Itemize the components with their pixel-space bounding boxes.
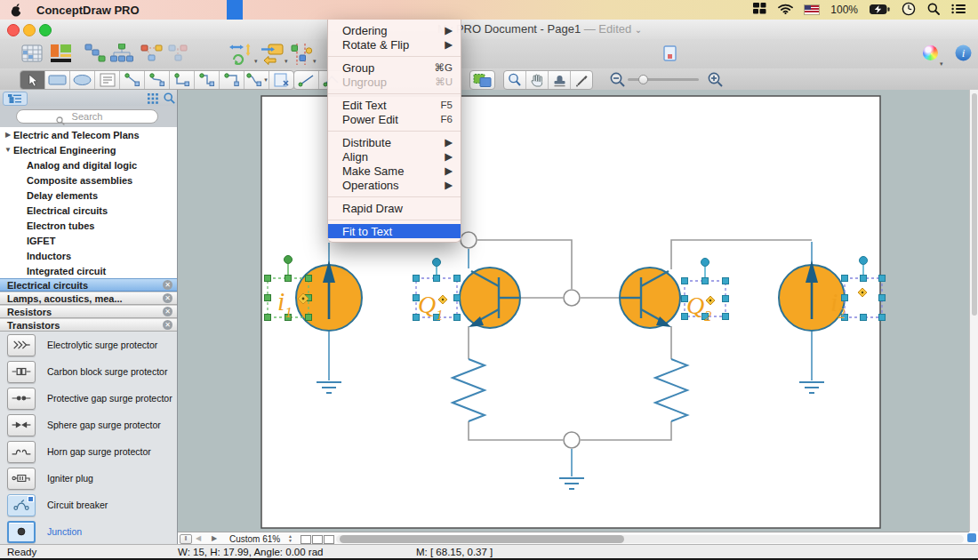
library-shape-item[interactable]: Igniter plug xyxy=(0,465,177,492)
page-thumbnail[interactable] xyxy=(324,535,334,544)
zoom-in-icon[interactable] xyxy=(708,72,723,91)
horn-gap-surge-protector-icon[interactable] xyxy=(7,441,36,463)
shape-menu-item[interactable]: Ordering ▶ xyxy=(328,23,461,37)
junction-icon[interactable] xyxy=(7,521,36,543)
disclosure-triangle-icon[interactable]: ▼ xyxy=(4,146,12,154)
library-tree-item[interactable]: ▼ Electrical Engineering xyxy=(0,142,177,157)
library-tree-item[interactable]: IGFET xyxy=(0,233,177,248)
sphere-gap-surge-protector-icon[interactable] xyxy=(7,414,36,436)
menu-bar-item[interactable] xyxy=(211,0,227,20)
shape-menu-item[interactable]: Distribute ▶ xyxy=(328,135,461,149)
apple-icon[interactable] xyxy=(11,4,22,17)
horizontal-scrollbar[interactable] xyxy=(336,535,964,543)
menu-bar-item[interactable] xyxy=(227,0,243,20)
library-tab[interactable]: Transistors ✕ xyxy=(0,318,177,332)
disclosure-triangle-icon[interactable]: ▶ xyxy=(4,131,12,139)
shape-menu-item[interactable]: Edit Text F5 xyxy=(328,98,461,112)
connector-tool-3[interactable] xyxy=(170,71,195,89)
igniter-plug-icon[interactable] xyxy=(7,468,36,490)
dropdown-caret-icon[interactable]: ▾ xyxy=(313,58,317,65)
library-tree-item[interactable]: Electrical circuits xyxy=(0,203,177,218)
zoom-slider[interactable] xyxy=(628,78,699,81)
select-arrow-tool[interactable] xyxy=(20,71,45,89)
spotlight-search-icon[interactable] xyxy=(927,3,940,18)
electrolytic-surge-protector-icon[interactable] xyxy=(7,334,36,356)
page-navigator-button[interactable] xyxy=(967,533,976,542)
shape-menu-item[interactable]: Make Same ▶ xyxy=(328,164,461,178)
battery-charging-icon[interactable] xyxy=(870,4,890,17)
shape-menu-item[interactable]: Align ▶ xyxy=(328,149,461,164)
close-icon[interactable]: ✕ xyxy=(163,307,172,316)
page-marker-icon[interactable] xyxy=(663,45,677,65)
zoom-out-icon[interactable] xyxy=(610,72,625,91)
library-tree-item[interactable]: Analog and digital logic xyxy=(0,157,177,172)
horizontal-scrollbar-thumb[interactable] xyxy=(340,535,624,543)
dropdown-caret-icon[interactable]: ▾ xyxy=(254,58,258,65)
transistor-q1[interactable] xyxy=(460,268,520,328)
shape-menu-item[interactable]: Group ⌘G xyxy=(328,60,461,75)
next-page-button[interactable]: ▶ xyxy=(212,534,217,542)
shape-delete-tool[interactable] xyxy=(269,71,293,89)
shape-menu-item[interactable]: Power Edit F6 xyxy=(328,112,461,126)
rotation-handle[interactable] xyxy=(701,259,709,267)
title-dropdown-chevron-icon[interactable]: ⌄ xyxy=(635,25,642,35)
rapid-draw-tool[interactable] xyxy=(470,71,494,89)
library-shape-item[interactable]: Carbon block surge protector xyxy=(0,358,177,385)
tree-view-button[interactable] xyxy=(3,92,28,106)
library-shape-item[interactable]: Protective gap surge protector xyxy=(0,385,177,412)
page-thumbnail[interactable] xyxy=(301,535,311,544)
library-shape-item[interactable]: Sphere gap surge protector xyxy=(0,412,177,438)
shape-menu-item[interactable]: Rotate & Flip ▶ xyxy=(328,37,461,52)
org-chart-icon[interactable] xyxy=(84,44,107,67)
transistor-q2[interactable] xyxy=(620,268,680,328)
close-icon[interactable]: ✕ xyxy=(163,280,172,290)
zoom-tool[interactable] xyxy=(504,71,526,89)
connector-tool-2[interactable] xyxy=(145,71,170,89)
library-tree-item[interactable]: ▶ Electric and Telecom Plans xyxy=(0,127,177,142)
transform-arrows-icon[interactable]: ▾ xyxy=(229,44,254,68)
page-layout-icon[interactable] xyxy=(50,44,72,67)
zoom-slider-knob[interactable] xyxy=(638,75,648,84)
info-icon[interactable]: i xyxy=(955,44,972,65)
vertical-scrollbar[interactable] xyxy=(969,90,978,532)
app-menu-title[interactable]: ConceptDraw PRO xyxy=(36,4,140,17)
connector-tool-5[interactable] xyxy=(220,71,244,89)
dropdown-caret-icon[interactable]: ▾ xyxy=(940,60,943,68)
close-window-button[interactable] xyxy=(7,24,20,36)
search-input[interactable] xyxy=(16,109,158,124)
menu-bar-item[interactable] xyxy=(195,0,211,20)
page-thumbnail[interactable] xyxy=(312,535,323,544)
pause-layout-button[interactable]: ‖ xyxy=(180,534,192,544)
carbon-block-surge-protector-icon[interactable] xyxy=(7,361,36,383)
rotation-handle[interactable] xyxy=(285,256,293,264)
colors-sphere-icon[interactable] xyxy=(923,45,938,60)
connector-tool-6[interactable]: ▾ xyxy=(244,71,269,89)
rotation-handle[interactable] xyxy=(433,259,441,267)
protective-gap-surge-protector-icon[interactable] xyxy=(7,388,36,410)
shape-menu-item[interactable]: Fit to Text xyxy=(328,224,461,238)
flowchart-faded-icon[interactable] xyxy=(167,44,190,67)
close-icon[interactable]: ✕ xyxy=(163,293,172,303)
shape-menu-item[interactable]: Operations ▶ xyxy=(328,178,461,192)
menu-bar-item[interactable] xyxy=(243,0,259,20)
connector-tool-1[interactable] xyxy=(120,71,145,89)
drawing-canvas[interactable]: i1 Q1 Q2 xyxy=(178,90,969,532)
minimize-window-button[interactable] xyxy=(23,24,36,36)
menu-bar-item[interactable] xyxy=(179,0,195,20)
notification-list-icon[interactable] xyxy=(951,4,966,17)
table-chart-icon[interactable] xyxy=(21,44,44,67)
dropdown-caret-icon[interactable]: ▾ xyxy=(285,58,288,65)
circuit-breaker-icon[interactable] xyxy=(7,494,36,516)
menu-bar-item[interactable] xyxy=(307,0,323,20)
flowchart-link-icon[interactable] xyxy=(140,44,164,67)
ellipse-tool[interactable] xyxy=(70,71,95,89)
library-tree-item[interactable]: Inductors xyxy=(0,248,177,263)
library-shape-item[interactable]: Circuit breaker xyxy=(0,492,177,518)
zoom-level-value[interactable]: Custom 61% xyxy=(229,534,280,544)
zoom-stepper[interactable]: ▲▼ xyxy=(286,533,294,543)
library-tree-item[interactable]: Electron tubes xyxy=(0,218,177,233)
distribute-shapes-icon[interactable]: ▾ xyxy=(290,44,313,68)
menu-bar-item[interactable] xyxy=(275,0,291,20)
rotation-handle[interactable] xyxy=(860,257,868,265)
menu-bar-item[interactable] xyxy=(291,0,307,20)
